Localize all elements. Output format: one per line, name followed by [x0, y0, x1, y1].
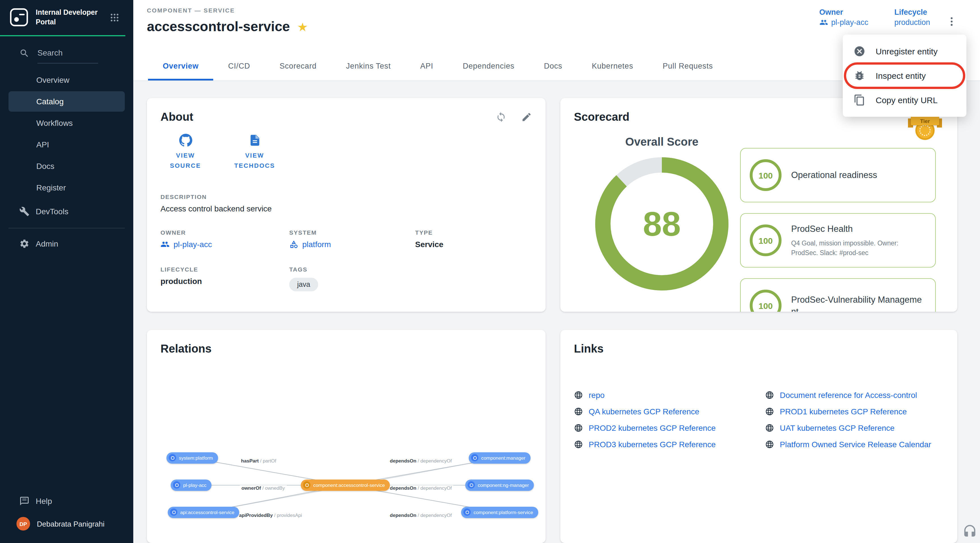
favorite-star-icon[interactable]: ★ [297, 21, 308, 33]
link-text: PROD2 kubernetes GCP Reference [589, 423, 716, 432]
check-score-value: 100 [750, 224, 781, 256]
globe-icon [574, 440, 583, 449]
menu-item-inspect-entity[interactable]: Inspect entity [843, 64, 966, 88]
sidebar-item-docs[interactable]: Docs [8, 156, 125, 176]
tag-chip-java[interactable]: java [289, 278, 318, 291]
relation-node-component-platform-service[interactable]: component:platform-service [461, 506, 538, 518]
wrench-icon [19, 206, 30, 216]
tab-api[interactable]: API [406, 52, 448, 81]
owner-field: OWNER pl-play-acc [161, 229, 289, 249]
sidebar-item-label: Admin [36, 239, 58, 248]
lifecycle-field: LIFECYCLE production [161, 266, 289, 291]
owner-link[interactable]: pl-play-acc [161, 240, 289, 249]
relation-node-component-ng-manager[interactable]: component:ng-manager [465, 479, 534, 491]
relation-node-component-manager[interactable]: component:manager [469, 452, 531, 464]
globe-icon [765, 407, 774, 416]
view-source-link[interactable]: VIEW SOURCE [161, 134, 210, 171]
lifecycle-meta[interactable]: Lifecycle production [894, 8, 930, 27]
tab-scorecard[interactable]: Scorecard [265, 52, 331, 81]
external-link-platform-owned-service-release-calendar[interactable]: Platform Owned Service Release Calendar [765, 436, 944, 452]
menu-item-label: Unregister entity [876, 46, 937, 56]
tab-overview[interactable]: Overview [148, 52, 213, 81]
menu-item-copy-entity-url[interactable]: Copy entity URL [843, 88, 966, 112]
more-options-kebab-icon[interactable] [944, 14, 959, 32]
relation-node-api-accesscontrol-service[interactable]: api:accesscontrol-service [168, 506, 240, 518]
tab-docs[interactable]: Docs [529, 52, 577, 81]
sidebar-item-devtools[interactable]: DevTools [0, 201, 133, 222]
external-link-prod2-kubernetes-gcp-reference[interactable]: PROD2 kubernetes GCP Reference [574, 420, 752, 436]
sidebar-search[interactable]: Search [0, 36, 133, 64]
sidebar-item-catalog[interactable]: Catalog [8, 91, 125, 112]
lifecycle-label: Lifecycle [894, 8, 930, 16]
link-text: PROD1 kubernetes GCP Reference [780, 407, 907, 416]
search-icon [19, 48, 30, 59]
tier-badge: Tier [910, 115, 940, 147]
relation-node-pl-play-acc[interactable]: pl-play-acc [171, 479, 212, 491]
relation-edge-label: dependsOn / dependencyOf [388, 512, 453, 518]
group-icon [161, 240, 170, 249]
tab-dependencies[interactable]: Dependencies [448, 52, 529, 81]
logo-block: Internal Developer Portal [0, 0, 125, 36]
entity-kind-icon [169, 454, 176, 461]
relations-graph: hasPart / partOfownerOf / ownedByapiProv… [147, 443, 546, 543]
view-techdocs-link[interactable]: VIEW TECHDOCS [230, 134, 280, 171]
entity-kind-icon [170, 508, 178, 516]
external-link-qa-kubernetes-gcp-reference[interactable]: QA kubernetes GCP Reference [574, 403, 752, 420]
score-donut: 88 [594, 156, 729, 291]
link-text: Platform Owned Service Release Calendar [780, 440, 931, 449]
system-field: SYSTEM platform [289, 229, 415, 249]
relation-node-component-accesscontrol-service[interactable]: component:accesscontrol-service [301, 479, 390, 491]
external-link-prod3-kubernetes-gcp-reference[interactable]: PROD3 kubernetes GCP Reference [574, 436, 752, 452]
entity-kind-icon [463, 508, 471, 516]
tab-ci-cd[interactable]: CI/CD [213, 52, 265, 81]
relation-edge-label: dependsOn / dependencyOf [388, 458, 453, 464]
context-menu-items: Unregister entityInspect entityCopy enti… [843, 39, 966, 112]
tags-field: TAGS java [289, 266, 415, 291]
field-label: TYPE [415, 229, 532, 236]
search-input[interactable]: Search [37, 48, 98, 64]
owner-meta[interactable]: Owner pl-play-acc [819, 8, 868, 27]
scorecard-checks: 100Operational readiness100ProdSec Healt… [740, 148, 936, 311]
edit-pencil-icon[interactable] [521, 112, 532, 122]
node-label: system:platform [179, 455, 213, 460]
globe-icon [765, 391, 774, 400]
node-label: api:accesscontrol-service [180, 509, 234, 515]
external-link-repo[interactable]: repo [574, 387, 752, 403]
relation-edge-label: ownerOf / ownedBy [240, 485, 286, 491]
user-profile[interactable]: DP Debabrata Panigrahi [0, 512, 133, 543]
refresh-icon[interactable] [496, 112, 506, 122]
node-label: pl-play-acc [183, 482, 207, 488]
relations-title: Relations [161, 342, 212, 354]
entity-context-menu: Unregister entityInspect entityCopy enti… [843, 35, 966, 117]
globe-icon [574, 423, 583, 432]
links-card: Links repoQA kubernetes GCP ReferencePRO… [560, 330, 957, 543]
menu-item-unregister-entity[interactable]: Unregister entity [843, 39, 966, 64]
sidebar-divider [8, 228, 125, 229]
sidebar-item-workflows[interactable]: Workflows [8, 113, 125, 133]
tab-pull-requests[interactable]: Pull Requests [648, 52, 728, 81]
external-link-document-reference-for-access-control[interactable]: Document reference for Access-control [765, 387, 944, 403]
check-label: Operational readiness [791, 169, 926, 181]
external-link-uat-kubernetes-gcp-reference[interactable]: UAT kubernetes GCP Reference [765, 420, 944, 436]
scorecard-check-prodsec-vulnerability-management: 100ProdSec-Vulnerability Management [740, 278, 936, 311]
sidebar-item-overview[interactable]: Overview [8, 70, 125, 90]
links-column: repoQA kubernetes GCP ReferencePROD2 kub… [574, 387, 752, 452]
support-headset-icon[interactable] [963, 524, 977, 541]
tab-kubernetes[interactable]: Kubernetes [577, 52, 648, 81]
relation-edge-label: hasPart / partOf [239, 458, 278, 464]
apps-grid-icon[interactable] [110, 12, 120, 22]
sidebar-item-api[interactable]: API [8, 134, 125, 155]
relation-node-system-platform[interactable]: system:platform [167, 452, 218, 464]
sidebar-item-help[interactable]: Help [0, 490, 133, 512]
external-link-prod1-kubernetes-gcp-reference[interactable]: PROD1 kubernetes GCP Reference [765, 403, 944, 420]
system-link[interactable]: platform [289, 240, 415, 249]
field-label: OWNER [161, 229, 289, 236]
sidebar-item-admin[interactable]: Admin [0, 233, 133, 254]
scorecard-check-prodsec-health: 100ProdSec HealthQ4 Goal, mission imposs… [740, 213, 936, 268]
tab-jenkins-test[interactable]: Jenkins Test [331, 52, 406, 81]
globe-icon [765, 423, 774, 432]
sidebar-item-register[interactable]: Register [8, 178, 125, 198]
avatar: DP [16, 517, 30, 530]
field-label: TAGS [289, 266, 415, 273]
entity-kind-icon [468, 481, 475, 489]
